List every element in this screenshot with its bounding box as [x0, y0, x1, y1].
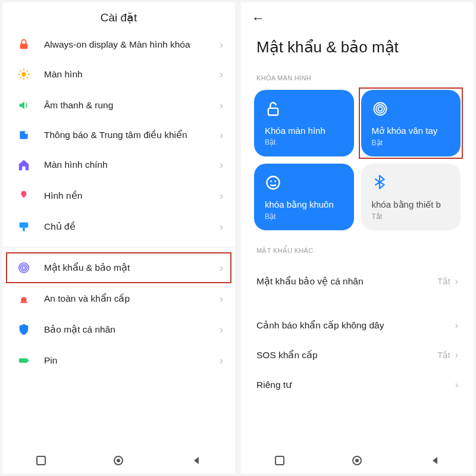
nav-home-icon[interactable] [112, 455, 124, 466]
row-sound[interactable]: Âm thanh & rung › [2, 90, 235, 121]
row-themes[interactable]: Chủ đề › [2, 211, 235, 242]
highlight-box [359, 87, 464, 159]
android-navbar [241, 447, 474, 474]
theme-icon [17, 220, 31, 234]
svg-rect-22 [268, 108, 278, 115]
row-always-on-display[interactable]: Always-on display & Màn hình khóa › [2, 30, 235, 59]
row-right: Tắt › [437, 276, 458, 287]
row-safety-emergency[interactable]: An toàn và khẩn cấp › [2, 283, 235, 314]
nav-back-icon[interactable] [429, 455, 441, 466]
chevron-right-icon: › [455, 380, 458, 390]
row-right: › [455, 320, 458, 331]
row-label: Bảo mật cá nhân [44, 324, 220, 336]
fingerprint-icon [17, 261, 31, 275]
card-title: khóa bằng khuôn [265, 199, 343, 210]
wallpaper-icon [17, 189, 31, 203]
nav-recent-icon[interactable] [35, 455, 47, 466]
card-title: Khóa màn hình [265, 126, 343, 136]
nav-recent-icon[interactable] [274, 455, 286, 466]
row-password-security[interactable]: Mật khẩu & bảo mật › [2, 252, 235, 283]
chevron-right-icon: › [220, 355, 223, 367]
lock-cards: Khóa màn hình Bật Mở khóa vân tay Bật kh… [241, 90, 474, 230]
svg-point-25 [378, 107, 382, 111]
row-right: Tắt › [437, 350, 458, 361]
row-label: Chủ đề [44, 221, 220, 233]
other-list: Mật khẩu bảo vệ cá nhân Tắt › Cảnh báo k… [241, 263, 474, 400]
svg-rect-19 [37, 456, 45, 465]
chevron-right-icon: › [455, 320, 458, 331]
row-wireless-emergency[interactable]: Cảnh báo khẩn cấp không dây › [241, 311, 474, 340]
chevron-right-icon: › [220, 293, 223, 305]
row-notifications[interactable]: Thông báo & Trung tâm điều khiển › [2, 121, 235, 149]
row-label: Cảnh báo khẩn cấp không dây [256, 320, 384, 331]
svg-rect-17 [19, 358, 28, 362]
row-label: SOS khẩn cấp [256, 350, 318, 361]
svg-point-16 [22, 266, 26, 270]
svg-point-1 [21, 72, 26, 76]
smile-icon [265, 174, 281, 191]
row-display[interactable]: Màn hình › [2, 59, 235, 90]
svg-point-28 [274, 180, 276, 182]
chevron-right-icon: › [220, 190, 223, 202]
row-label: Thông báo & Trung tâm điều khiển [44, 129, 220, 142]
page-title: Mật khẩu & bảo mật [241, 29, 474, 71]
svg-point-27 [270, 180, 272, 182]
svg-rect-13 [23, 228, 25, 231]
row-label: Âm thanh & rung [44, 99, 220, 112]
lock-red-icon [17, 37, 31, 52]
row-right: › [455, 380, 458, 390]
card-status: Bật [372, 139, 450, 147]
row-label: Riêng tư [256, 380, 292, 390]
settings-title: Cài đặt [2, 2, 235, 30]
android-navbar [2, 447, 235, 474]
row-label: Màn hình chính [44, 159, 220, 171]
row-home-screen[interactable]: Màn hình chính › [2, 149, 235, 180]
bluetooth-icon [372, 174, 389, 191]
row-privacy[interactable]: Bảo mật cá nhân › [2, 314, 235, 345]
svg-line-8 [20, 77, 21, 79]
row-label: An toàn và khẩn cấp [44, 293, 220, 305]
gap [241, 296, 474, 311]
chevron-right-icon: › [220, 221, 223, 233]
row-label: Hình nền [44, 190, 220, 202]
battery-icon [17, 353, 31, 368]
row-private[interactable]: Riêng tư › [241, 370, 474, 400]
sun-icon [17, 67, 31, 82]
nav-back-icon[interactable] [190, 455, 202, 466]
row-privacy-password[interactable]: Mật khẩu bảo vệ cá nhân Tắt › [241, 267, 474, 296]
row-status: Tắt [437, 277, 450, 286]
divider [2, 247, 235, 248]
row-label: Always-on display & Màn hình khóa [44, 39, 220, 51]
nav-home-icon[interactable] [351, 455, 363, 466]
row-label: Màn hình [44, 68, 220, 81]
svg-point-24 [376, 105, 384, 113]
card-face-unlock[interactable]: khóa bằng khuôn Bật [254, 164, 354, 230]
alarm-icon [17, 292, 31, 306]
card-bluetooth-unlock[interactable]: khóa bằng thiết b Tắt [361, 164, 461, 230]
chevron-right-icon: › [455, 276, 458, 287]
chevron-right-icon: › [220, 324, 223, 336]
left-phone: Cài đặt Always-on display & Màn hình khó… [2, 2, 235, 474]
svg-point-11 [25, 131, 28, 134]
svg-line-6 [20, 70, 21, 71]
card-title: khóa bằng thiết b [372, 199, 450, 210]
right-phone: ← Mật khẩu & bảo mật KHÓA MÀN HÌNH Khóa … [241, 2, 474, 474]
row-label: Mật khẩu & bảo mật [44, 262, 220, 274]
row-battery[interactable]: Pin › [2, 345, 235, 376]
shield-icon [17, 322, 31, 337]
row-wallpaper[interactable]: Hình nền › [2, 180, 235, 211]
volume-icon [17, 98, 31, 112]
card-status: Bật [265, 212, 343, 221]
row-label: Mật khẩu bảo vệ cá nhân [256, 276, 364, 287]
svg-point-31 [355, 459, 359, 462]
svg-point-21 [117, 459, 120, 462]
row-label: Pin [44, 355, 220, 367]
back-icon[interactable]: ← [252, 11, 265, 26]
card-title: Mở khóa vân tay [372, 126, 450, 136]
card-fingerprint-unlock[interactable]: Mở khóa vân tay Bật [361, 90, 461, 156]
card-screen-lock[interactable]: Khóa màn hình Bật [254, 90, 354, 156]
row-sos[interactable]: SOS khẩn cấp Tắt › [241, 340, 474, 370]
topbar: ← [241, 2, 474, 29]
chevron-right-icon: › [220, 129, 223, 142]
lock-icon [265, 101, 281, 117]
